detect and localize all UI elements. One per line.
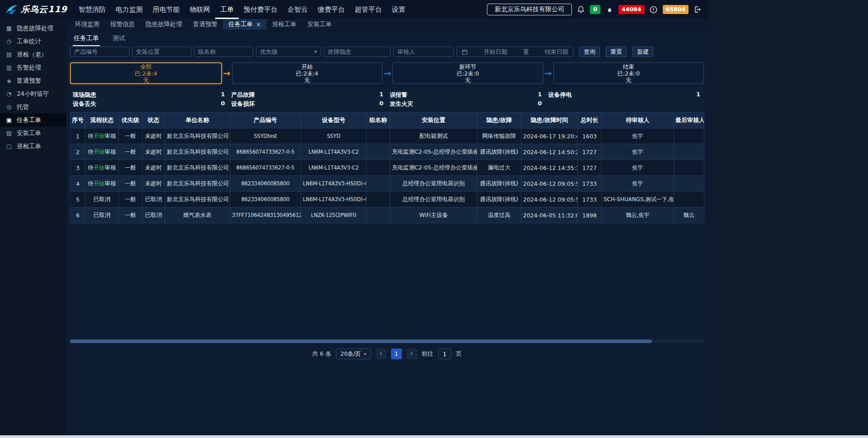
order-stats-icon: ◷ bbox=[5, 38, 13, 45]
notify-count-badge[interactable]: 0 bbox=[590, 5, 600, 14]
tab-3[interactable]: 普通预警 bbox=[188, 19, 223, 30]
subtab-0[interactable]: 任务工单 bbox=[73, 33, 100, 46]
goto-label: 前往 bbox=[422, 350, 434, 358]
tab-label: 隐患故障处理 bbox=[146, 20, 182, 28]
sidebar-item-8[interactable]: ▧安装工单 bbox=[0, 127, 66, 140]
tab-5[interactable]: 巡检工单 bbox=[267, 19, 302, 30]
flow-card-text: 无 bbox=[465, 77, 471, 84]
sidebar-item-6[interactable]: ◎托管 bbox=[0, 100, 66, 113]
fault-input[interactable] bbox=[324, 47, 391, 57]
topbar-nav: 智慧消防电力监测用电节能物联网工单预付费平台企智云缴费平台超管平台设置 bbox=[74, 0, 410, 19]
topbar-nav-item-8[interactable]: 超管平台 bbox=[350, 0, 387, 19]
flame-icon[interactable] bbox=[605, 5, 614, 14]
task-order-icon: ▣ bbox=[5, 117, 13, 123]
sidebar-item-5[interactable]: ◔24小时值守 bbox=[0, 87, 66, 100]
product-code-input[interactable] bbox=[70, 47, 129, 57]
search-button[interactable]: 查询 bbox=[579, 47, 600, 57]
flow-card-0[interactable]: 全部已:2未:4无 bbox=[70, 62, 222, 84]
table-cell: SSYDtest bbox=[230, 128, 301, 144]
topbar-nav-item-9[interactable]: 设置 bbox=[387, 0, 410, 19]
stat-value: 0 bbox=[379, 100, 383, 108]
table-cell: LN6M-L1T4A3V3-C2 bbox=[301, 144, 367, 160]
subtab-1[interactable]: 测试 bbox=[112, 33, 126, 45]
reviewer-input[interactable] bbox=[393, 47, 454, 57]
logout-icon[interactable] bbox=[693, 5, 702, 14]
table-row[interactable]: 3待开始审核一般未超时新北京乐鸟科技有限公司868656074733627-0-… bbox=[71, 160, 704, 176]
exclamation-icon[interactable] bbox=[649, 5, 658, 14]
table-cell: 未超时 bbox=[142, 160, 165, 176]
topbar-nav-item-5[interactable]: 预付费平台 bbox=[239, 0, 283, 19]
table-cell: 新北京乐鸟科技有限公司 bbox=[165, 160, 230, 176]
horizontal-scrollbar[interactable] bbox=[70, 339, 704, 343]
topbar-nav-item-0[interactable]: 智慧消防 bbox=[74, 0, 111, 19]
sidebar-item-1[interactable]: ◷工单统计 bbox=[0, 35, 66, 48]
scrollbar-thumb[interactable] bbox=[70, 339, 652, 343]
table-row[interactable]: 2待开始审核一般未超时新北京乐鸟科技有限公司868656074733627-0-… bbox=[71, 144, 704, 160]
table-row[interactable]: 1待开始审核一般未超时新北京乐鸟科技有限公司SSYDtestSSYD配电箱测试网… bbox=[71, 128, 704, 144]
table-cell: 新北京乐鸟科技有限公司 bbox=[165, 176, 230, 192]
priority-select[interactable]: 优先级 ▾ bbox=[256, 47, 321, 57]
page-size-select[interactable]: 20条/页 ▾ bbox=[336, 349, 371, 359]
inspection-old-icon: ▤ bbox=[5, 51, 13, 58]
tab-0[interactable]: 环境监测 bbox=[70, 19, 105, 30]
table-cell bbox=[367, 207, 390, 223]
flow-card-1[interactable]: 开始已:2未:4无 bbox=[232, 62, 383, 84]
create-button[interactable]: 新建 bbox=[632, 47, 653, 57]
table-cell: 魏云,焦宇 bbox=[602, 207, 674, 223]
table-cell bbox=[367, 176, 390, 192]
column-header: 隐患/故障 bbox=[477, 113, 521, 128]
tab-close-icon[interactable]: × bbox=[256, 21, 261, 28]
table-header-row: 序号流程状态优先级状态单位名称产品编号设备型号组名称安装位置隐患/故障隐患/故障… bbox=[71, 113, 704, 128]
tab-1[interactable]: 报警信息 bbox=[105, 19, 140, 30]
flow-card-3[interactable]: 结束已:2未:0无 bbox=[553, 62, 704, 84]
table-row[interactable]: 5已取消一般已取消新北京乐鸟科技有限公司862334060085800LN6M-… bbox=[71, 192, 704, 207]
prev-page-button[interactable]: ‹ bbox=[376, 349, 387, 359]
priority-select-value: 优先级 bbox=[260, 48, 278, 56]
topbar-nav-item-7[interactable]: 缴费平台 bbox=[313, 0, 350, 19]
desktop-background: 乐鸟云119 智慧消防电力监测用电节能物联网工单预付费平台企智云缴费平台超管平台… bbox=[0, 0, 868, 438]
sidebar-item-9[interactable]: ▢巡检工单 bbox=[0, 140, 66, 153]
table-cell: 通讯故障(掉线) bbox=[477, 176, 521, 192]
table-cell: 焦宇 bbox=[602, 144, 674, 160]
goto-page-input[interactable] bbox=[438, 349, 452, 359]
page-1-button[interactable]: 1 bbox=[391, 349, 402, 359]
topbar-nav-item-4[interactable]: 工单 bbox=[215, 0, 239, 19]
topbar-nav-item-1[interactable]: 电力监测 bbox=[111, 0, 148, 19]
table-cell: 一般 bbox=[119, 176, 142, 192]
app-body: ▦隐患故障处理◷工单统计▤巡检（老）▥告警处理◈普通预警◔24小时值守◎托管▣任… bbox=[0, 19, 708, 435]
tab-2[interactable]: 隐患故障处理 bbox=[140, 19, 188, 30]
next-page-button[interactable]: › bbox=[406, 349, 417, 359]
sidebar-item-0[interactable]: ▦隐患故障处理 bbox=[0, 22, 66, 35]
topbar-nav-item-3[interactable]: 物联网 bbox=[185, 0, 215, 19]
stat-cell: 现场隐患1 bbox=[70, 91, 229, 99]
bell-icon[interactable] bbox=[576, 5, 585, 14]
table-cell: 已取消 bbox=[142, 207, 165, 223]
flow-card-2[interactable]: 新环节已:2未:0无 bbox=[392, 62, 543, 84]
company-button[interactable]: 新北京乐鸟科技有限公司 bbox=[487, 4, 572, 15]
topbar-nav-item-2[interactable]: 用电节能 bbox=[148, 0, 185, 19]
stat-value: 0 bbox=[221, 100, 225, 108]
reset-button[interactable]: 重置 bbox=[606, 47, 627, 57]
sidebar-item-2[interactable]: ▤巡检（老） bbox=[0, 48, 66, 61]
general-warning-icon: ◈ bbox=[5, 77, 13, 84]
flow-card-text: 新环节 bbox=[459, 63, 476, 70]
window-bottom-scrollbar[interactable] bbox=[0, 435, 868, 438]
date-start-placeholder: 开始日期 bbox=[484, 48, 507, 56]
sidebar-item-7[interactable]: ▣任务工单 bbox=[0, 113, 66, 127]
tab-4[interactable]: 任务工单× bbox=[223, 19, 267, 30]
install-location-input[interactable] bbox=[132, 47, 191, 57]
table-cell bbox=[674, 128, 704, 144]
column-header: 序号 bbox=[71, 113, 85, 128]
sidebar-item-3[interactable]: ▥告警处理 bbox=[0, 61, 66, 74]
date-range-picker[interactable]: 开始日期 至 结束日期 bbox=[457, 47, 573, 57]
content-panel: 任务工单测试 优先级 ▾ bbox=[66, 30, 708, 435]
group-name-input[interactable] bbox=[194, 47, 253, 57]
sidebar-item-4[interactable]: ◈普通预警 bbox=[0, 74, 66, 87]
alarm-count-badge[interactable]: 44084 bbox=[618, 5, 645, 14]
topbar-nav-item-6[interactable]: 企智云 bbox=[283, 0, 313, 19]
tab-6[interactable]: 安装工单 bbox=[302, 19, 337, 30]
table-cell bbox=[674, 192, 704, 207]
table-row[interactable]: 4待开始审核一般未超时新北京乐鸟科技有限公司862334060085800LN6… bbox=[71, 176, 704, 192]
warning-count-badge[interactable]: 65804 bbox=[663, 5, 689, 14]
table-row[interactable]: 6已取消一般已取消燃气表水表37FF71064248313049561257LN… bbox=[71, 207, 704, 223]
